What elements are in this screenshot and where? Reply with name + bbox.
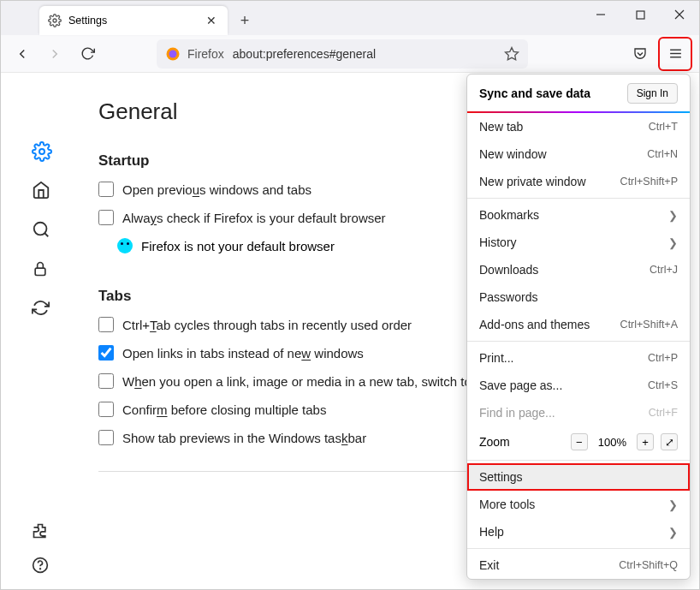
chevron-right-icon: ❯ [668, 209, 678, 222]
url-address: about:preferences#general [233, 47, 376, 61]
menu-zoom: Zoom − 100% + ⤢ [467, 426, 690, 457]
sidebar-help-icon[interactable] [32, 557, 52, 577]
svg-point-0 [53, 19, 56, 22]
menu-print[interactable]: Print...Ctrl+P [467, 344, 690, 372]
svg-point-16 [40, 569, 41, 569]
svg-point-12 [34, 223, 47, 235]
sign-in-button[interactable]: Sign In [627, 83, 678, 104]
sidebar-privacy-icon[interactable] [32, 259, 52, 280]
reload-button[interactable] [73, 39, 102, 69]
info-face-icon [117, 238, 133, 253]
menu-new-private[interactable]: New private windowCtrl+Shift+P [467, 168, 690, 195]
menu-bookmarks[interactable]: Bookmarks❯ [467, 201, 690, 229]
menu-sync-row: Sync and save data Sign In [467, 74, 690, 111]
sidebar-search-icon[interactable] [32, 220, 52, 241]
svg-rect-14 [35, 268, 45, 275]
app-menu-panel: Sync and save data Sign In New tabCtrl+T… [466, 74, 691, 580]
confirm-close-label: Confirm before closing multiple tabs [122, 402, 326, 417]
sidebar-general-icon[interactable] [32, 141, 52, 162]
menu-save-as[interactable]: Save page as...Ctrl+S [467, 372, 690, 399]
taskbar-preview-label: Show tab previews in the Windows taskbar [122, 431, 366, 445]
gear-icon [48, 14, 62, 27]
open-links-label: Open links in tabs instead of new window… [122, 346, 364, 361]
app-menu-button[interactable] [661, 39, 690, 69]
forward-button[interactable] [40, 39, 69, 69]
menu-downloads[interactable]: DownloadsCtrl+J [467, 256, 690, 283]
pocket-button[interactable] [626, 39, 655, 69]
menu-exit[interactable]: ExitCtrl+Shift+Q [467, 551, 690, 579]
svg-point-11 [39, 149, 44, 154]
chevron-right-icon: ❯ [668, 498, 678, 511]
url-bar[interactable]: Firefox about:preferences#general [157, 39, 528, 69]
zoom-in-button[interactable]: + [637, 433, 654, 450]
not-default-text: Firefox is not your default browser [141, 239, 335, 253]
sidebar-extensions-icon[interactable] [32, 522, 52, 543]
menu-find: Find in page...Ctrl+F [467, 399, 690, 426]
ctrl-tab-label: Ctrl+Tab cycles through tabs in recently… [122, 318, 412, 332]
always-check-label: Always check if Firefox is your default … [122, 211, 386, 225]
menu-sync-label: Sync and save data [479, 86, 590, 100]
url-prefix: Firefox [187, 47, 224, 61]
firefox-icon [165, 46, 181, 62]
sidebar-home-icon[interactable] [32, 181, 52, 201]
menu-settings[interactable]: Settings [467, 463, 690, 491]
svg-line-13 [44, 233, 48, 236]
confirm-close-checkbox[interactable] [98, 402, 114, 417]
svg-rect-2 [637, 11, 644, 19]
open-links-checkbox[interactable] [98, 345, 114, 361]
app-menu-highlight [658, 37, 692, 71]
menu-new-window[interactable]: New windowCtrl+N [467, 140, 690, 168]
menu-new-tab[interactable]: New tabCtrl+T [467, 113, 690, 140]
menu-passwords[interactable]: Passwords [467, 283, 690, 311]
menu-history[interactable]: History❯ [467, 229, 690, 256]
titlebar: Settings ✕ + [1, 1, 699, 35]
minimize-button[interactable] [581, 1, 620, 28]
menu-help[interactable]: Help❯ [467, 518, 690, 545]
tab-title: Settings [68, 15, 204, 27]
chevron-right-icon: ❯ [668, 526, 678, 539]
svg-marker-7 [506, 47, 519, 59]
new-tab-button[interactable]: + [233, 9, 257, 33]
close-window-button[interactable] [660, 1, 699, 28]
zoom-value: 100% [595, 436, 630, 449]
window-controls [581, 1, 699, 35]
bookmark-star-icon[interactable] [504, 46, 519, 62]
chevron-right-icon: ❯ [668, 236, 678, 249]
maximize-button[interactable] [620, 1, 660, 28]
menu-addons[interactable]: Add-ons and themesCtrl+Shift+A [467, 311, 690, 338]
open-previous-label: Open previous windows and tabs [122, 182, 311, 197]
fullscreen-button[interactable]: ⤢ [661, 433, 678, 450]
always-check-checkbox[interactable] [98, 210, 114, 225]
toolbar: Firefox about:preferences#general [1, 35, 699, 73]
ctrl-tab-checkbox[interactable] [98, 317, 114, 332]
close-tab-icon[interactable]: ✕ [204, 14, 219, 27]
taskbar-preview-checkbox[interactable] [98, 430, 114, 445]
svg-point-6 [169, 50, 177, 57]
switch-to-checkbox[interactable] [98, 373, 114, 389]
open-previous-checkbox[interactable] [98, 182, 114, 197]
back-button[interactable] [8, 39, 37, 69]
settings-sidebar [1, 73, 83, 589]
zoom-out-button[interactable]: − [571, 433, 588, 450]
menu-more-tools[interactable]: More tools❯ [467, 491, 690, 518]
browser-tab[interactable]: Settings ✕ [39, 6, 228, 35]
sidebar-sync-icon[interactable] [32, 299, 52, 319]
